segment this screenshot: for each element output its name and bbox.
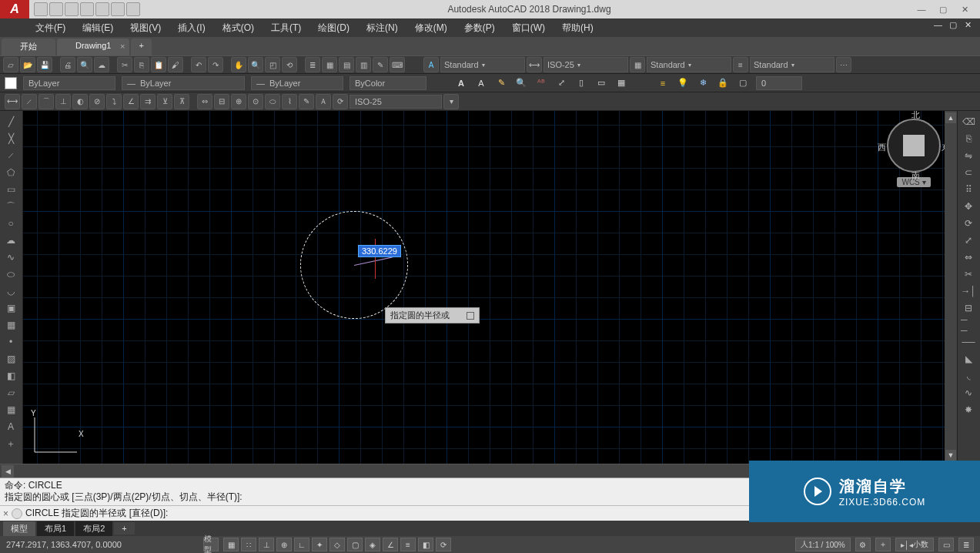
lw-toggle-icon[interactable]: ≡ — [400, 538, 416, 551]
table2-icon[interactable]: ▦ — [3, 402, 18, 417]
doc-max-button[interactable]: ▢ — [949, 20, 962, 31]
menu-draw[interactable]: 绘图(D) — [313, 20, 354, 36]
qat-open-icon[interactable] — [49, 2, 63, 16]
chamfer-icon[interactable]: ◣ — [961, 351, 976, 367]
dimstyle-menu-icon[interactable]: ▾ — [443, 94, 459, 109]
offset-icon[interactable]: ⊂ — [961, 165, 976, 180]
scroll-down-icon[interactable]: ▼ — [945, 450, 956, 461]
plotstyle-combo[interactable]: ByColor — [350, 76, 426, 90]
tolerance-icon[interactable]: ⊕ — [231, 94, 246, 109]
block-icon[interactable]: ▣ — [3, 300, 18, 316]
menu-insert[interactable]: 插入(I) — [173, 20, 209, 36]
dim-style-combo[interactable]: ISO-25▾ — [544, 57, 628, 72]
layer-color-icon[interactable]: ▢ — [736, 76, 750, 90]
qat-new-icon[interactable] — [34, 2, 48, 16]
paste-icon[interactable]: 📋 — [151, 57, 166, 72]
dimstyle-combo[interactable]: ISO-25 — [350, 95, 442, 109]
units-readout[interactable]: ▸│◂ 小数 — [895, 538, 934, 551]
gradient-icon[interactable]: ◧ — [3, 368, 18, 384]
ellipse-arc-icon[interactable]: ◡ — [3, 283, 18, 299]
dim-angular-icon[interactable]: ∠ — [123, 94, 139, 109]
trim-icon[interactable]: ✂ — [961, 266, 976, 282]
dim-quick-icon[interactable]: ⇉ — [140, 94, 156, 109]
viewcube-south[interactable]: 南 — [911, 170, 920, 182]
break-at-icon[interactable]: ⊟ — [961, 300, 976, 316]
dim-aligned-icon[interactable]: ⟋ — [22, 94, 37, 109]
customize-icon[interactable]: ≣ — [958, 538, 974, 551]
doc-close-button[interactable]: ✕ — [965, 20, 977, 31]
scale-readout[interactable]: 人 1:1 / 100% — [795, 538, 851, 551]
erase-icon[interactable]: ⌫ — [961, 114, 976, 129]
menu-format[interactable]: 格式(O) — [218, 20, 259, 36]
polygon-icon[interactable]: ⬠ — [3, 165, 18, 180]
scroll-left-icon[interactable]: ◀ — [2, 465, 14, 478]
fillet-icon[interactable]: ◟ — [961, 368, 976, 384]
polyline-icon[interactable]: ⟋ — [3, 148, 18, 163]
tab-close-icon[interactable]: × — [120, 42, 125, 51]
layout2-tab[interactable]: 布局2 — [75, 521, 112, 536]
view-cube[interactable]: 北 南 东 西 WCS ▾ — [883, 119, 945, 187]
snap-toggle-icon[interactable]: ∷ — [241, 538, 256, 551]
close-button[interactable]: ✕ — [957, 4, 972, 15]
menu-help[interactable]: 帮助(H) — [557, 20, 598, 36]
markup-icon[interactable]: ✎ — [373, 57, 388, 72]
ortho-toggle-icon[interactable]: ∟ — [294, 538, 309, 551]
scroll-up-icon[interactable]: ▲ — [945, 112, 956, 123]
layer-lock-icon[interactable]: 🔒 — [716, 76, 730, 90]
vertical-scrollbar[interactable]: ▲ ▼ — [945, 111, 957, 464]
tab-drawing1[interactable]: Drawing1× — [57, 39, 129, 55]
scale2-icon[interactable]: ⤢ — [961, 233, 976, 248]
dim-continue-icon[interactable]: ⊼ — [174, 94, 189, 109]
dim-ordinate-icon[interactable]: ⊥ — [55, 94, 71, 109]
dim-update-icon[interactable]: ⟳ — [333, 94, 348, 109]
dim-break-icon[interactable]: ⊟ — [214, 94, 229, 109]
qat-plot-icon[interactable] — [95, 2, 109, 16]
new-icon[interactable]: ▱ — [3, 57, 18, 72]
array-icon[interactable]: ⠿ — [961, 182, 976, 197]
undo-icon[interactable]: ↶ — [191, 57, 206, 72]
lineweight-combo[interactable]: — ByLayer — [251, 76, 343, 90]
dim-edit-icon[interactable]: ✎ — [299, 94, 314, 109]
dim-jogged-icon[interactable]: ⤵ — [106, 94, 122, 109]
maximize-button[interactable]: ▢ — [935, 4, 951, 15]
table-icon[interactable]: ▦ — [614, 76, 628, 90]
zoom-icon[interactable]: 🔍 — [248, 57, 263, 72]
copy-icon[interactable]: ⎘ — [134, 57, 149, 72]
drawing-canvas[interactable]: 330.6229 指定圆的半径或 北 南 东 西 WCS ▾ X Y — [23, 111, 957, 464]
arc-icon[interactable]: ⌒ — [3, 199, 18, 214]
mtext2-icon[interactable]: A — [3, 419, 18, 434]
spline-icon[interactable]: ∿ — [3, 250, 18, 265]
tooltip-options-icon[interactable] — [467, 312, 474, 320]
doc-min-button[interactable]: — — [934, 20, 946, 31]
dyn-toggle-icon[interactable]: ⊕ — [276, 538, 292, 551]
design-center-icon[interactable]: ▦ — [322, 57, 337, 72]
extend-icon[interactable]: →│ — [961, 283, 976, 299]
line-icon[interactable]: ╱ — [3, 114, 18, 129]
dim-space-icon[interactable]: ⇔ — [197, 94, 212, 109]
menu-file[interactable]: 文件(F) — [31, 20, 70, 36]
tab-start[interactable]: 开始 — [2, 39, 55, 55]
join-icon[interactable]: ── — [961, 334, 976, 350]
color-combo[interactable]: ByLayer — [23, 76, 115, 90]
iso-toggle-icon[interactable]: ◇ — [329, 538, 345, 551]
model-tab[interactable]: 模型 — [3, 521, 35, 536]
xline-icon[interactable]: ╳ — [3, 131, 18, 146]
pan-icon[interactable]: ✋ — [231, 57, 246, 72]
revcloud-icon[interactable]: ☁ — [3, 233, 18, 248]
sheet-set-icon[interactable]: ▥ — [356, 57, 371, 72]
scale-icon[interactable]: ⤢ — [554, 76, 568, 90]
menu-tools[interactable]: 工具(T) — [266, 20, 306, 36]
osnap-toggle-icon[interactable]: ▢ — [347, 538, 363, 551]
zoom-window-icon[interactable]: ◰ — [265, 57, 280, 72]
rotate-icon[interactable]: ⟳ — [961, 216, 976, 231]
preview-icon[interactable]: 🔍 — [77, 57, 92, 72]
qat-saveas-icon[interactable] — [80, 2, 94, 16]
calc-icon[interactable]: ⌨ — [390, 57, 405, 72]
dim-jogline-icon[interactable]: ⌇ — [282, 94, 297, 109]
region-icon[interactable]: ▱ — [3, 385, 18, 401]
layout1-tab[interactable]: 布局1 — [37, 521, 74, 536]
tab-new[interactable]: + — [131, 39, 151, 55]
otrack-toggle-icon[interactable]: ∠ — [383, 538, 398, 551]
open-icon[interactable]: 📂 — [20, 57, 35, 72]
addselected-icon[interactable]: ＋ — [3, 436, 18, 451]
